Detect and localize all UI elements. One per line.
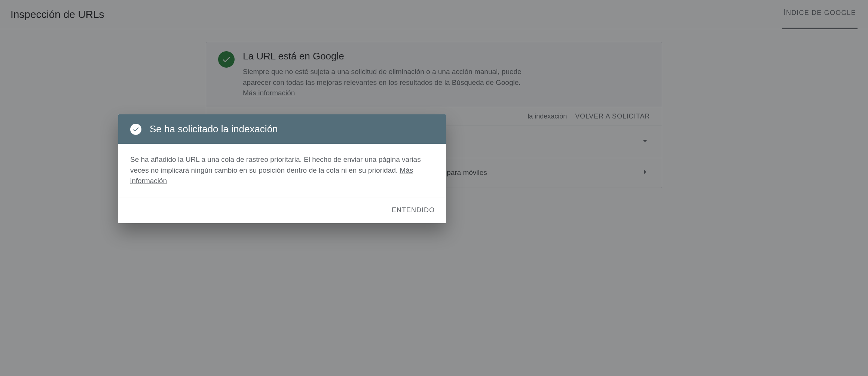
- dialog-title: Se ha solicitado la indexación: [150, 123, 278, 135]
- dialog-ok-button[interactable]: ENTENDIDO: [389, 204, 438, 216]
- dialog-body: Se ha añadido la URL a una cola de rastr…: [118, 144, 446, 197]
- dialog-body-text: Se ha añadido la URL a una cola de rastr…: [130, 155, 421, 174]
- check-circle-icon: [130, 124, 141, 135]
- dialog-header: Se ha solicitado la indexación: [118, 114, 446, 144]
- dialog-actions: ENTENDIDO: [118, 197, 446, 223]
- page-root: Inspección de URLs ÍNDICE DE GOOGLE La U…: [0, 0, 868, 376]
- indexing-requested-dialog: Se ha solicitado la indexación Se ha aña…: [118, 114, 446, 223]
